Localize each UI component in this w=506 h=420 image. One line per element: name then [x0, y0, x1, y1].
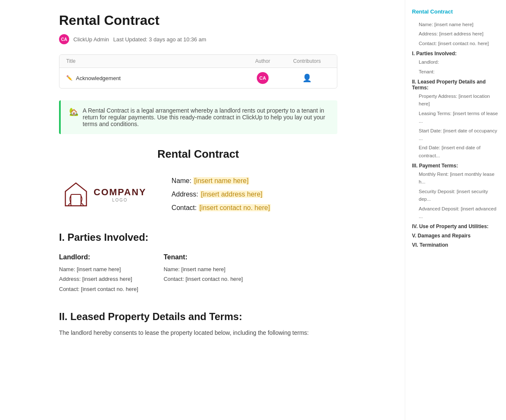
sidebar-item-1[interactable]: Address: [insert address here] — [412, 29, 499, 38]
callout-text: A Rental Contract is a legal arrangement… — [83, 107, 329, 127]
contact-line: Contact: [insert contact no. here] — [172, 201, 271, 215]
table-header: Title Author Contributors — [59, 55, 337, 68]
col-contributors-header: Contributors — [284, 58, 330, 64]
row-author-avatar: CA — [257, 72, 269, 84]
logo-name-row: COMPANY LOGO Name: [insert name here] Ad… — [59, 174, 337, 215]
meta-row: CA ClickUp Admin Last Updated: 3 days ag… — [59, 34, 337, 44]
row-title-cell: ✏️ Acknowledgement — [66, 75, 242, 81]
sidebar-item-0[interactable]: Name: [insert name here] — [412, 20, 499, 29]
sidebar-item-13[interactable]: Security Deposit: [insert security dep..… — [412, 187, 499, 204]
company-text: COMPANY LOGO — [94, 187, 146, 202]
person-icon: 👤 — [302, 73, 312, 83]
sidebar-item-5[interactable]: Tenant: — [412, 67, 499, 76]
edit-icon: ✏️ — [66, 75, 73, 81]
sidebar-item-6[interactable]: II. Leased Property Details and Terms: — [412, 76, 499, 92]
section2-heading: II. Leased Property Details and Terms: — [59, 311, 337, 323]
row-title-text: Acknowledgement — [76, 75, 121, 81]
landlord-heading: Landlord: — [59, 253, 138, 261]
sidebar-title[interactable]: Rental Contract — [412, 8, 499, 15]
section2-body: The landlord hereby consents to lease th… — [59, 329, 337, 336]
sidebar-item-11[interactable]: III. Payment Terms: — [412, 160, 499, 170]
doc-title: Rental Contract — [59, 148, 337, 161]
row-contributors-cell: 👤 — [284, 73, 330, 83]
tenant-details: Name: [insert name here] Contact: [inser… — [164, 264, 243, 284]
col-title-header: Title — [66, 58, 242, 64]
author-name: ClickUp Admin — [73, 36, 109, 43]
logo-area: COMPANY LOGO — [63, 180, 146, 209]
landlord-block: Landlord: Name: [insert name here] Addre… — [59, 253, 138, 294]
name-value: [insert name here] — [193, 177, 249, 184]
col-author-header: Author — [242, 58, 284, 64]
author-avatar: CA — [59, 34, 69, 44]
sidebar-item-2[interactable]: Contact: [insert contact no. here] — [412, 39, 499, 48]
address-value: [insert address here] — [200, 191, 263, 198]
sidebar-item-3[interactable]: I. Parties Involved: — [412, 48, 499, 57]
table-row[interactable]: ✏️ Acknowledgement CA 👤 — [59, 68, 337, 88]
sidebar: Rental Contract Name: [insert name here]… — [405, 0, 506, 420]
sidebar-item-7[interactable]: Property Address: [insert location here] — [412, 92, 499, 109]
sidebar-item-4[interactable]: Landlord: — [412, 57, 499, 67]
last-updated: Last Updated: 3 days ago at 10:36 am — [113, 36, 206, 43]
name-line: Name: [insert name here] — [172, 174, 271, 188]
documents-table: Title Author Contributors ✏️ Acknowledge… — [59, 54, 337, 89]
name-address-block: Name: [insert name here] Address: [inser… — [172, 174, 271, 215]
section1-heading: I. Parties Involved: — [59, 232, 337, 243]
sidebar-item-15[interactable]: IV. Use of Property and Utilities: — [412, 221, 499, 230]
landlord-details: Name: [insert name here] Address: [inser… — [59, 264, 138, 294]
sidebar-item-17[interactable]: VI. Termination — [412, 240, 499, 249]
parties-row: Landlord: Name: [insert name here] Addre… — [59, 253, 337, 294]
sidebar-item-8[interactable]: Leasing Terms: [insert terms of lease ..… — [412, 109, 499, 126]
svg-rect-0 — [71, 194, 81, 206]
main-content: Rental Contract CA ClickUp Admin Last Up… — [0, 0, 354, 420]
address-line: Address: [insert address here] — [172, 188, 271, 201]
sidebar-item-10[interactable]: End Date: [insert end date of contract..… — [412, 143, 499, 160]
tenant-block: Tenant: Name: [insert name here] Contact… — [164, 253, 243, 294]
company-logo-svg — [63, 180, 89, 209]
row-author-cell: CA — [242, 72, 284, 84]
company-logo-label: LOGO — [94, 198, 146, 202]
sidebar-item-12[interactable]: Monthly Rent: [insert monthly lease h... — [412, 170, 499, 187]
sidebar-item-14[interactable]: Advanced Deposit: [insert advanced ... — [412, 204, 499, 221]
company-name: COMPANY — [94, 187, 146, 198]
callout-emoji: 🏡 — [69, 107, 78, 127]
sidebar-items-container: Name: [insert name here]Address: [insert… — [412, 20, 499, 249]
contact-value: [insert contact no. here] — [199, 204, 271, 211]
page-title: Rental Contract — [59, 13, 337, 28]
sidebar-item-9[interactable]: Start Date: [insert date of occupancy ..… — [412, 126, 499, 143]
callout-box: 🏡 A Rental Contract is a legal arrangeme… — [59, 100, 337, 134]
tenant-heading: Tenant: — [164, 253, 243, 261]
sidebar-item-16[interactable]: V. Damages and Repairs — [412, 230, 499, 240]
